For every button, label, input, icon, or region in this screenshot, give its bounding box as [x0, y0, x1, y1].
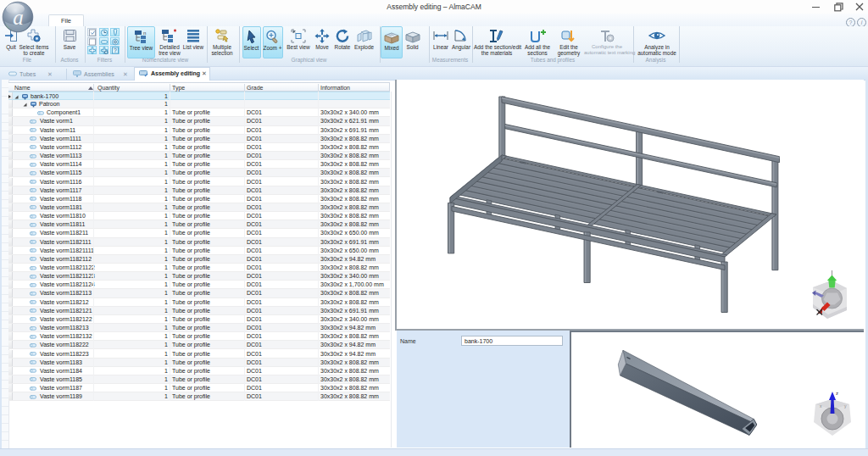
svg-text:z: z — [836, 391, 838, 396]
svg-text:a: a — [13, 6, 24, 29]
svg-text:?: ? — [114, 47, 117, 53]
svg-text:n: n — [143, 31, 146, 36]
